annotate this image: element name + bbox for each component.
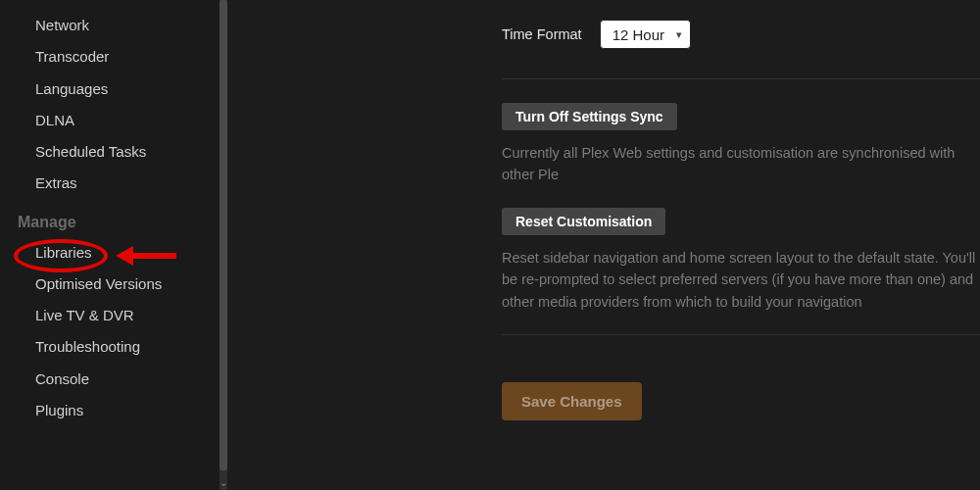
- sidebar-item-label: Plugins: [35, 402, 83, 418]
- section-divider: [502, 78, 980, 79]
- sidebar-item-label: Scheduled Tasks: [35, 143, 146, 160]
- sidebar-item-transcoder[interactable]: Transcoder: [2, 41, 227, 73]
- sidebar-item-label: DLNA: [35, 112, 74, 128]
- sidebar-scrollbar-track[interactable]: ⌄: [220, 0, 227, 490]
- section-divider: [502, 334, 980, 335]
- sidebar-item-label: Libraries: [35, 244, 92, 261]
- sidebar-item-scheduled-tasks[interactable]: Scheduled Tasks: [2, 136, 227, 168]
- settings-sidebar: Network Transcoder Languages DLNA Schedu…: [0, 0, 227, 490]
- sidebar-item-extras[interactable]: Extras: [2, 168, 227, 199]
- sidebar-item-live-tv-dvr[interactable]: Live TV & DVR: [2, 300, 227, 331]
- sidebar-item-label: Languages: [35, 80, 108, 97]
- sidebar-item-label: Live TV & DVR: [35, 307, 134, 323]
- sidebar-item-label: Network: [35, 17, 89, 33]
- reset-customisation-button[interactable]: Reset Customisation: [502, 208, 665, 235]
- sidebar-item-dlna[interactable]: DLNA: [2, 105, 227, 136]
- sidebar-item-label: Console: [35, 370, 89, 387]
- time-format-label: Time Format: [502, 26, 582, 42]
- sidebar-item-plugins[interactable]: Plugins: [2, 395, 227, 426]
- sidebar-item-console[interactable]: Console: [2, 364, 227, 395]
- time-format-row: Time Format 12 Hour ▾: [502, 20, 980, 49]
- sidebar-item-optimised-versions[interactable]: Optimised Versions: [2, 269, 227, 300]
- time-format-select[interactable]: 12 Hour ▾: [600, 20, 691, 49]
- reset-description: Reset sidebar navigation and home screen…: [502, 247, 980, 313]
- button-label: Turn Off Settings Sync: [515, 109, 663, 124]
- sidebar-heading-manage: Manage: [2, 200, 227, 237]
- sidebar-item-label: Extras: [35, 174, 77, 191]
- sync-description: Currently all Plex Web settings and cust…: [502, 142, 980, 186]
- save-changes-button[interactable]: Save Changes: [502, 382, 642, 420]
- time-format-value: 12 Hour: [612, 26, 664, 43]
- sidebar-item-label: Troubleshooting: [35, 338, 140, 355]
- button-label: Reset Customisation: [515, 214, 652, 229]
- settings-content: Time Format 12 Hour ▾ Turn Off Settings …: [227, 0, 980, 490]
- button-label: Save Changes: [521, 393, 622, 410]
- sidebar-item-label: Transcoder: [35, 48, 109, 65]
- chevron-down-icon: ▾: [676, 28, 682, 41]
- chevron-down-icon[interactable]: ⌄: [220, 476, 227, 490]
- sidebar-scrollbar-thumb[interactable]: [220, 0, 227, 470]
- turn-off-sync-button[interactable]: Turn Off Settings Sync: [502, 103, 677, 130]
- sidebar-item-troubleshooting[interactable]: Troubleshooting: [2, 331, 227, 363]
- sidebar-item-label: Optimised Versions: [35, 275, 162, 292]
- sidebar-item-network[interactable]: Network: [2, 10, 227, 41]
- sidebar-item-libraries[interactable]: Libraries: [2, 237, 227, 269]
- sidebar-item-languages[interactable]: Languages: [2, 74, 227, 105]
